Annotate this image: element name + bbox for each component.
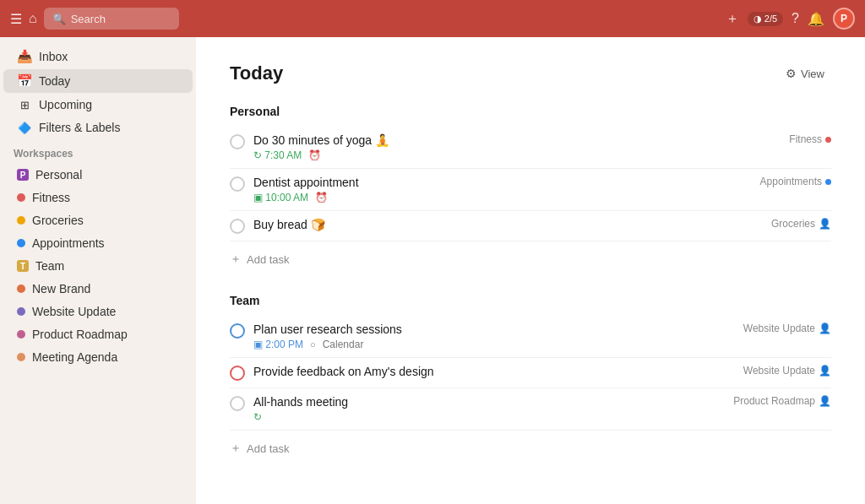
sidebar-label-inbox: Inbox bbox=[39, 50, 68, 63]
task-alarm-dentist: ⏰ bbox=[315, 192, 328, 203]
task-meta-all-hands: ↻ bbox=[253, 411, 725, 423]
task-content-bread: Buy bread 🍞 bbox=[253, 218, 763, 234]
task-amys-design[interactable]: Provide feedback on Amy's design Website… bbox=[230, 358, 831, 388]
website-update-dot bbox=[17, 307, 25, 316]
sidebar-label-appointments: Appointments bbox=[32, 236, 105, 250]
groceries-person-icon: 👤 bbox=[819, 218, 831, 230]
website-update-icon-2: 👤 bbox=[819, 365, 831, 377]
workspaces-label: Workspaces bbox=[0, 139, 196, 163]
search-label: Search bbox=[71, 13, 106, 25]
task-time-user-research: ▣ 2:00 PM bbox=[253, 339, 303, 350]
fitness-dot bbox=[17, 193, 25, 202]
sidebar-item-fitness[interactable]: Fitness bbox=[3, 187, 193, 209]
karma-badge: ◑ 2/5 bbox=[748, 12, 783, 26]
task-label-bread: Groceries 👤 bbox=[771, 218, 831, 230]
personal-section-title: Personal bbox=[230, 105, 831, 118]
sidebar-item-meeting-agenda[interactable]: Meeting Agenda bbox=[3, 346, 193, 368]
task-calendar-icon: ○ bbox=[310, 339, 316, 350]
task-title-dentist: Dentist appointment bbox=[253, 176, 752, 189]
today-icon: 📅 bbox=[17, 73, 32, 89]
topbar: ☰ ⌂ 🔍 Search ＋ ◑ 2/5 ? 🔔 P bbox=[0, 0, 865, 37]
task-meta-yoga: ↻ 7:30 AM ⏰ bbox=[253, 149, 781, 161]
new-brand-dot bbox=[17, 285, 25, 293]
meeting-agenda-dot bbox=[17, 353, 25, 361]
filters-icon: 🔷 bbox=[17, 122, 32, 134]
task-meta-user-research: ▣ 2:00 PM ○ Calendar bbox=[253, 339, 735, 350]
task-repeat-all-hands: ↻ bbox=[253, 411, 262, 423]
groceries-dot bbox=[17, 216, 25, 225]
notifications-button[interactable]: 🔔 bbox=[808, 11, 824, 27]
add-task-team[interactable]: ＋ Add task bbox=[230, 434, 831, 463]
add-icon-team: ＋ bbox=[230, 441, 242, 456]
team-section: Team Plan user research sessions ▣ 2:00 … bbox=[230, 294, 831, 463]
sidebar-label-new-brand: New Brand bbox=[32, 282, 90, 295]
sidebar-item-appointments[interactable]: Appointments bbox=[3, 232, 193, 254]
task-yoga[interactable]: Do 30 minutes of yoga 🧘 ↻ 7:30 AM ⏰ Fitn… bbox=[230, 127, 831, 169]
sidebar-item-team[interactable]: T Team bbox=[3, 255, 193, 277]
home-icon[interactable]: ⌂ bbox=[29, 11, 37, 26]
fitness-label-dot bbox=[825, 137, 831, 143]
sidebar-label-today: Today bbox=[39, 74, 70, 88]
task-user-research[interactable]: Plan user research sessions ▣ 2:00 PM ○ … bbox=[230, 316, 831, 358]
task-calendar-label: Calendar bbox=[323, 339, 364, 350]
task-all-hands[interactable]: All-hands meeting ↻ Product Roadmap 👤 bbox=[230, 388, 831, 431]
task-label-all-hands: Product Roadmap 👤 bbox=[733, 395, 831, 407]
task-check-dentist[interactable] bbox=[230, 176, 245, 192]
add-icon-personal: ＋ bbox=[230, 252, 242, 267]
hamburger-icon[interactable]: ☰ bbox=[10, 11, 22, 27]
sidebar-item-upcoming[interactable]: ⊞ Upcoming bbox=[3, 94, 193, 116]
appointments-dot bbox=[17, 239, 25, 247]
main-content: Today ⚙ View Personal Do 30 minutes of y… bbox=[196, 37, 865, 504]
task-bread[interactable]: Buy bread 🍞 Groceries 👤 bbox=[230, 211, 831, 241]
task-label-dentist: Appointments bbox=[760, 176, 831, 187]
add-task-label-team: Add task bbox=[247, 442, 290, 455]
task-dentist[interactable]: Dentist appointment ▣ 10:00 AM ⏰ Appoint… bbox=[230, 169, 831, 211]
sidebar: 📥 Inbox 📅 Today ⊞ Upcoming 🔷 Filters & L… bbox=[0, 37, 196, 504]
product-roadmap-icon: 👤 bbox=[819, 395, 831, 407]
sidebar-item-new-brand[interactable]: New Brand bbox=[3, 278, 193, 300]
avatar[interactable]: P bbox=[833, 8, 855, 30]
sidebar-item-personal[interactable]: P Personal bbox=[3, 164, 193, 186]
task-time-yoga: ↻ 7:30 AM bbox=[253, 149, 302, 161]
task-check-user-research[interactable] bbox=[230, 323, 245, 339]
task-check-all-hands[interactable] bbox=[230, 396, 245, 411]
website-update-icon-1: 👤 bbox=[819, 322, 831, 334]
help-button[interactable]: ? bbox=[792, 11, 799, 26]
task-label-yoga: Fitness bbox=[789, 133, 831, 145]
sidebar-item-inbox[interactable]: 📥 Inbox bbox=[3, 45, 193, 68]
task-title-user-research: Plan user research sessions bbox=[253, 322, 735, 336]
task-title-all-hands: All-hands meeting bbox=[253, 395, 725, 409]
team-workspace-icon: T bbox=[17, 260, 29, 272]
sidebar-item-today[interactable]: 📅 Today bbox=[3, 69, 193, 93]
sidebar-label-fitness: Fitness bbox=[32, 191, 70, 204]
task-check-bread[interactable] bbox=[230, 219, 245, 234]
page-header: Today ⚙ View bbox=[230, 62, 831, 84]
sidebar-label-team: Team bbox=[35, 259, 64, 273]
sidebar-item-website-update[interactable]: Website Update bbox=[3, 301, 193, 322]
search-box[interactable]: 🔍 Search bbox=[44, 8, 179, 30]
topbar-left: ☰ ⌂ 🔍 Search bbox=[10, 8, 719, 30]
sidebar-item-product-roadmap[interactable]: Product Roadmap bbox=[3, 323, 193, 345]
task-check-yoga[interactable] bbox=[230, 134, 245, 149]
sidebar-label-website-update: Website Update bbox=[32, 305, 116, 318]
task-alarm-yoga: ⏰ bbox=[308, 149, 321, 161]
sidebar-item-groceries[interactable]: Groceries bbox=[3, 209, 193, 231]
search-icon: 🔍 bbox=[52, 13, 66, 25]
karma-icon: ◑ bbox=[753, 14, 762, 24]
task-content-user-research: Plan user research sessions ▣ 2:00 PM ○ … bbox=[253, 322, 735, 350]
layout: 📥 Inbox 📅 Today ⊞ Upcoming 🔷 Filters & L… bbox=[0, 37, 865, 504]
sidebar-label-groceries: Groceries bbox=[32, 214, 84, 227]
view-button[interactable]: ⚙ View bbox=[779, 63, 831, 84]
add-button[interactable]: ＋ bbox=[726, 10, 739, 28]
task-check-amys-design[interactable] bbox=[230, 366, 245, 381]
sidebar-item-filters[interactable]: 🔷 Filters & Labels bbox=[3, 117, 193, 138]
personal-workspace-icon: P bbox=[17, 169, 29, 181]
sidebar-label-upcoming: Upcoming bbox=[39, 98, 92, 111]
sidebar-label-meeting-agenda: Meeting Agenda bbox=[32, 350, 117, 364]
sidebar-label-product-roadmap: Product Roadmap bbox=[32, 328, 128, 341]
task-content-amys-design: Provide feedback on Amy's design bbox=[253, 365, 735, 381]
task-content-all-hands: All-hands meeting ↻ bbox=[253, 395, 725, 423]
add-task-personal[interactable]: ＋ Add task bbox=[230, 245, 831, 274]
inbox-icon: 📥 bbox=[17, 49, 32, 64]
task-time-dentist: ▣ 10:00 AM bbox=[253, 192, 308, 203]
